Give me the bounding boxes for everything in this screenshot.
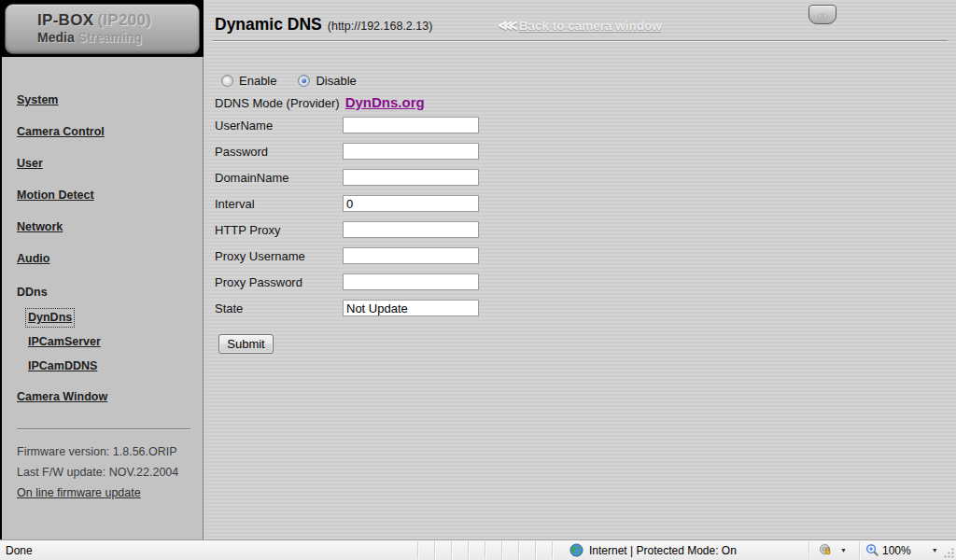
logo-title-main: IP-BOX [37,11,93,29]
logo-subtitle-main: Media [37,30,75,45]
dyndns-org-link[interactable]: DynDns.org [345,94,425,110]
statusbar-separator [501,541,502,559]
sidebar-item-ddns: DDns [17,286,48,300]
http-proxy-label: HTTP Proxy [215,223,343,237]
submit-button[interactable]: Submit [218,334,274,354]
sidebar-item-camera-control[interactable]: Camera Control [17,125,105,139]
state-label: State [215,301,343,315]
logo-subtitle-light: Streaming [78,30,142,45]
zone-text: Internet | Protected Mode: On [589,544,737,557]
page-header: Dynamic DNS (http://192.168.2.13) ⋘ Back… [215,15,662,35]
zoom-control[interactable]: 100% ▼ [865,543,938,557]
zoom-magnifier-icon [865,543,879,557]
disable-radio[interactable] [298,75,310,87]
field-row-proxy-password: Proxy Password [215,273,479,290]
enable-radio[interactable] [221,75,233,87]
field-row-state: State [215,300,479,316]
sidebar-item-ipcamddns[interactable]: IPCamDDNS [28,359,97,373]
form-fields: UserNamePasswordDomainNameIntervalHTTP P… [215,117,479,316]
sidebar-item-audio[interactable]: Audio [17,252,49,266]
statusbar-separator [434,541,435,559]
sidebar-item-system[interactable]: System [17,93,58,107]
sidebar-item-camera-window[interactable]: Camera Window [17,390,107,404]
sidebar-item-user[interactable]: User [17,157,43,171]
internet-globe-icon [569,543,583,557]
sidebar-item-network[interactable]: Network [17,220,63,234]
proxy-username-input[interactable] [343,247,479,264]
status-text: Done [6,544,33,557]
device-address: (http://192.168.2.13) [328,20,433,33]
username-input[interactable] [343,117,479,133]
interval-label: Interval [215,197,343,211]
security-dropdown-arrow-icon[interactable]: ▼ [840,547,847,553]
zoom-level: 100% [882,544,911,557]
statusbar-separator [451,541,452,559]
firmware-divider [17,428,190,430]
sidebar-nav: SystemCamera ControlUserMotion DetectNet… [17,93,107,422]
firmware-info: Firmware version: 1.8.56.ORIP Last F/W u… [17,428,190,500]
enable-radio-label: Enable [239,74,276,88]
statusbar-separator [485,541,485,559]
firmware-version: Firmware version: 1.8.56.ORIP [17,445,190,459]
field-row-proxy-username: Proxy Username [215,247,479,264]
ddns-form: EnableDisable DDNS Mode (Provider) DynDn… [215,73,479,354]
logo-subtitle: MediaStreaming [37,30,199,45]
field-row-password: Password [215,143,479,160]
collapse-sidebar-button[interactable]: ⇔ [808,5,836,24]
statusbar-separator [552,541,553,559]
field-row-http-proxy: HTTP Proxy [215,221,479,238]
field-row-domainname: DomainName [215,169,479,186]
zoom-dropdown-arrow-icon[interactable]: ▼ [932,547,938,553]
interval-input[interactable] [343,195,479,212]
resize-grip[interactable] [943,547,955,559]
logo-title: IP-BOX(IP200) [37,11,199,30]
statusbar-separator [859,541,860,559]
statusbar-separator [468,541,469,559]
sidebar-item-dyndns[interactable]: DynDns [28,311,72,325]
proxy-password-input[interactable] [343,273,479,290]
provider-row: DDNS Mode (Provider) DynDns.org [215,94,479,110]
back-to-camera-window-link[interactable]: ⋘ Back to camera window [498,17,661,34]
device-logo: IP-BOX(IP200) MediaStreaming [5,4,200,54]
username-label: UserName [215,119,343,133]
disable-radio-label: Disable [316,74,356,88]
proxy-password-label: Proxy Password [215,275,343,289]
security-report-control[interactable]: ▼ [819,543,847,557]
domainname-label: DomainName [215,171,343,185]
firmware-last-update: Last F/W update: NOV.22.2004 [17,466,190,480]
statusbar-separator [535,541,536,559]
page-title: Dynamic DNS [215,15,322,35]
http-proxy-input[interactable] [343,221,479,238]
state-input[interactable] [343,300,479,316]
sidebar-item-motion-detect[interactable]: Motion Detect [17,189,94,203]
enable-radio-option[interactable]: Enable [221,74,276,88]
security-zone-indicator: Internet | Protected Mode: On [569,543,737,557]
password-label: Password [215,145,343,159]
password-input[interactable] [343,143,479,160]
field-row-interval: Interval [215,195,479,212]
back-link-label: Back to camera window [519,19,662,33]
logo-title-model: (IP200) [97,11,151,29]
statusbar-separator [808,541,809,559]
double-horizontal-arrow-icon: ⇔ [816,8,829,21]
proxy-username-label: Proxy Username [215,249,343,263]
disable-radio-option[interactable]: Disable [298,74,356,88]
browser-status-bar: Done Internet | Protected Mode: On [0,539,956,560]
security-lock-icon [819,543,833,557]
enable-disable-radio-group: EnableDisable [221,73,479,88]
statusbar-separator [417,541,418,559]
online-firmware-update-link[interactable]: On line firmware update [17,486,141,500]
header-divider [213,40,948,41]
statusbar-separator [518,541,519,559]
domainname-input[interactable] [343,169,479,186]
sidebar: IP-BOX(IP200) MediaStreaming SystemCamer… [0,0,204,539]
back-chevrons-icon: ⋘ [498,17,517,34]
field-row-username: UserName [215,117,479,133]
sidebar-item-ipcamserver[interactable]: IPCamServer [28,335,101,349]
ddns-mode-label: DDNS Mode (Provider) [215,96,340,110]
main-content: Dynamic DNS (http://192.168.2.13) ⋘ Back… [204,0,956,539]
